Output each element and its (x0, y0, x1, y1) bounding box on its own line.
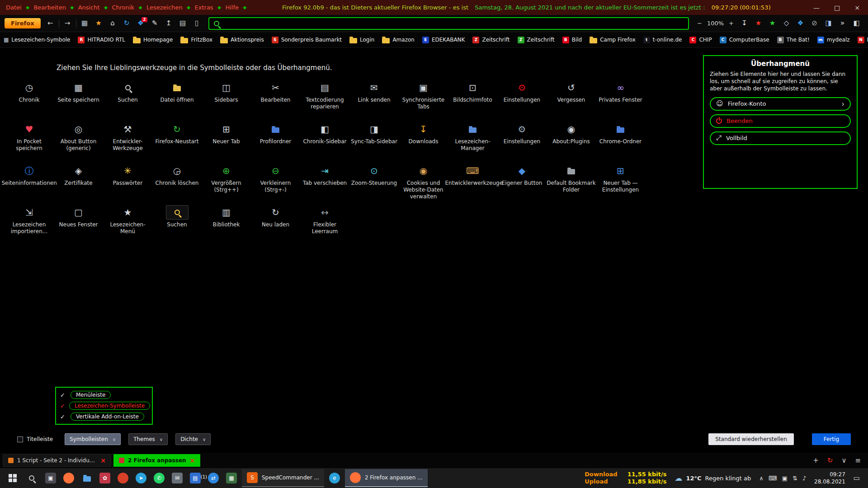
nav-shield-button[interactable]: ◇ (779, 17, 793, 30)
overflow-item-vollbild[interactable]: ⤢Vollbild (710, 131, 851, 145)
bookmark-login[interactable]: Login (349, 37, 374, 43)
nav-download-button[interactable]: ↧ (737, 17, 751, 30)
bookmark-aktionspreis[interactable]: Aktionspreis (220, 37, 264, 43)
bookmark-the-bat[interactable]: BThe Bat! (777, 37, 810, 43)
network-icon[interactable]: ⇅ (793, 475, 797, 481)
customize-tool-lesezeichen-manager[interactable]: Lesezeichen-Manager (448, 122, 497, 159)
customize-tool-sidebars[interactable]: ◫Sidebars (202, 80, 251, 117)
display-icon[interactable]: ▣ (782, 475, 788, 481)
customize-tool-vergessen[interactable]: ↺Vergessen (547, 80, 596, 117)
bookmark-fritzbox[interactable]: FritzBox (180, 37, 212, 43)
tabs-list-button[interactable]: ≡ (855, 456, 861, 465)
input-language-icon[interactable]: ⌨ (769, 475, 777, 481)
nav-tab-counter-button[interactable]: ❖2 (134, 17, 148, 30)
zoom-out-button[interactable]: − (697, 20, 702, 27)
restore-defaults-button[interactable]: Standard wiederherstellen (708, 433, 794, 445)
customize-tool-entwickler-werkzeuge[interactable]: ⚒Entwickler-Werkzeuge (103, 122, 152, 159)
menu-lesezeichen[interactable]: Lesezeichen (146, 4, 183, 11)
customize-tool-textcodierung-reparieren[interactable]: ▤Textcodierung reparieren (300, 80, 349, 117)
customize-tool-about-button-generic[interactable]: ◎About Button (generic) (54, 122, 103, 159)
customize-tool-einstellungen[interactable]: ⚙Einstellungen (497, 122, 547, 159)
tabs-refresh-button[interactable]: ↻ (827, 456, 833, 465)
chevron-up-icon[interactable]: ∧ (759, 475, 764, 481)
customize-tool-flexibler-leerraum[interactable]: ↔Flexibler Leerraum (300, 205, 349, 242)
customize-tool-default-bookmark-folder[interactable]: Default Bookmark Folder (547, 164, 596, 201)
nav-bookmark-star-button[interactable]: ★ (92, 17, 106, 30)
customize-tool-suchen[interactable]: Suchen (103, 80, 152, 117)
dropdown-dichte[interactable]: Dichte∨ (175, 433, 211, 445)
close-tab-icon[interactable]: × (100, 457, 106, 464)
bookmark-homepage[interactable]: Homepage (133, 37, 173, 43)
weather-widget[interactable]: ☁ 12°C Regen klingt ab (675, 474, 751, 482)
overflow-item-firefox-konto[interactable]: ☺Firefox-Konto› (710, 97, 851, 111)
taskbar-clock[interactable]: 09:27 28.08.2021 (814, 471, 845, 485)
customize-tool-bildschirmfoto[interactable]: ⊡Bildschirmfoto (448, 80, 497, 117)
bookmark-chip[interactable]: CCHIP (689, 37, 712, 43)
taskbar-icon-system-monitor[interactable]: ▣ (42, 469, 60, 487)
customize-tool-cookies-und-website-daten-verwalten[interactable]: ◉Cookies und Website-Daten verwalten (399, 164, 448, 201)
restore-button[interactable]: □ (834, 4, 840, 11)
bookmark-norma[interactable]: NNORMA (858, 37, 868, 43)
customize-tool-neu-laden[interactable]: ↻Neu laden (251, 205, 300, 242)
start-button[interactable] (4, 469, 22, 487)
nav-bank-button[interactable]: ▦ (78, 17, 92, 30)
customize-tool-verkleinern-strg[interactable]: ⊖Verkleinern (Strg+-) (251, 164, 300, 201)
customize-tool-datei-öffnen[interactable]: Datei öffnen (152, 80, 202, 117)
dropdown-symbolleisten[interactable]: Symbolleisten∨ (65, 433, 121, 445)
tab-2-firefox-anpassen[interactable]: 2 Firefox anpassen× (113, 454, 200, 467)
close-tab-icon[interactable]: × (190, 457, 195, 464)
customize-tool-link-senden[interactable]: ✉Link senden (349, 80, 399, 117)
nav-forward-arrow-button[interactable]: → (61, 17, 75, 30)
firefox-menu-button[interactable]: Firefox (5, 18, 41, 28)
customize-tool-eigener-button[interactable]: ◆Eigener Button (497, 164, 547, 201)
taskbar-icon-browser[interactable] (114, 469, 132, 487)
customize-tool-lesezeichen-importieren[interactable]: ⇲Lesezeichen importieren... (5, 205, 54, 242)
nav-star-red-button[interactable]: ★ (751, 17, 765, 30)
taskbar-icon-edge[interactable]: e (326, 469, 344, 487)
menu-bearbeiten[interactable]: Bearbeiten (33, 4, 66, 11)
customize-tool-neuer-tab[interactable]: ⊞Neuer Tab (202, 122, 251, 159)
taskbar-button-speedcommander[interactable]: SSpeedCommander ... (242, 469, 324, 487)
nav-reader-view-button[interactable]: ◨ (821, 17, 835, 30)
bookmark-zeitschrift[interactable]: ZZeitschrift (518, 37, 555, 43)
customize-tool-firefox-neustart[interactable]: ↻Firefox-Neustart (152, 122, 202, 159)
menu-hilfe[interactable]: Hilfe (225, 4, 239, 11)
nav-edit-pen-button[interactable]: ✎ (148, 17, 162, 30)
customize-tool-about-plugins[interactable]: ◉About:Plugins (547, 122, 596, 159)
bookmark-hitradio-rtl[interactable]: RHITRADIO RTL (78, 37, 125, 43)
nav-overflow-chevron-button[interactable]: » (835, 17, 849, 30)
toolbar-option-menüleiste[interactable]: ✓Menüleiste (60, 391, 148, 399)
bookmark-lesezeichen-symbole[interactable]: ▦Lesezeichen-Symbole (4, 37, 70, 43)
tab-1-script-seite-2-individuelle-a[interactable]: 1 Script - Seite 2 - Individuelle A× (3, 454, 111, 467)
nav-container-button[interactable]: ❖ (793, 17, 807, 30)
menu-ansicht[interactable]: Ansicht (78, 4, 100, 11)
customize-tool-seite-speichern[interactable]: ▦Seite speichern (54, 80, 103, 117)
customize-tool-bibliothek[interactable]: ▥Bibliothek (202, 205, 251, 242)
tabs-chevron-button[interactable]: ∨ (841, 456, 846, 465)
bookmark-computerbase[interactable]: CComputerBase (720, 37, 769, 43)
customize-tool-zoom-steuerung[interactable]: ⊙Zoom-Steuerung (349, 164, 399, 201)
customize-tool-downloads[interactable]: ↧Downloads (399, 122, 448, 159)
bookmark-camp-firefox[interactable]: Camp Firefox (590, 37, 636, 43)
customize-tool-synchronisierte-tabs[interactable]: ▣Synchronisierte Tabs (399, 80, 448, 117)
customize-tool-profilordner[interactable]: Profilordner (251, 122, 300, 159)
new-tab-button[interactable]: + (813, 456, 819, 465)
customize-tool-chrome-ordner[interactable]: Chrome-Ordner (596, 122, 645, 159)
customize-tool-vergrößern-strg[interactable]: ⊕Vergrößern (Strg++) (202, 164, 251, 201)
nav-send-page-button[interactable]: ↥ (162, 17, 176, 30)
bookmark-t-online-de[interactable]: tt-online.de (643, 37, 682, 43)
taskbar-button-2-firefox-anpassen[interactable]: 2 Firefox anpassen ... (345, 469, 428, 487)
customize-tool-passwörter[interactable]: ✳Passwörter (103, 164, 152, 201)
bookmark-edekabank[interactable]: EEDEKABANK (422, 37, 465, 43)
toolbar-option-vertikale-add-on-leiste[interactable]: ✓Vertikale Add-on-Leiste (60, 413, 148, 421)
taskbar-icon-mail-app[interactable]: ✉ (168, 469, 186, 487)
nav-eye-blocked-button[interactable]: ⊘ (807, 17, 821, 30)
taskbar-icon-telegram[interactable]: ➤ (132, 469, 150, 487)
menu-extras[interactable]: Extras (195, 4, 213, 11)
customize-tool-tab-verschieben[interactable]: ⇥Tab verschieben (300, 164, 349, 201)
nav-reload-button[interactable]: ↻ (120, 17, 134, 30)
dropdown-themes[interactable]: Themes∨ (128, 433, 168, 445)
customize-tool-entwicklerwerkzeuge[interactable]: ⌨Entwicklerwerkzeuge (448, 164, 497, 201)
taskbar-icon-graphics-app[interactable]: ✿ (96, 469, 114, 487)
titlebar-checkbox[interactable] (17, 436, 23, 442)
